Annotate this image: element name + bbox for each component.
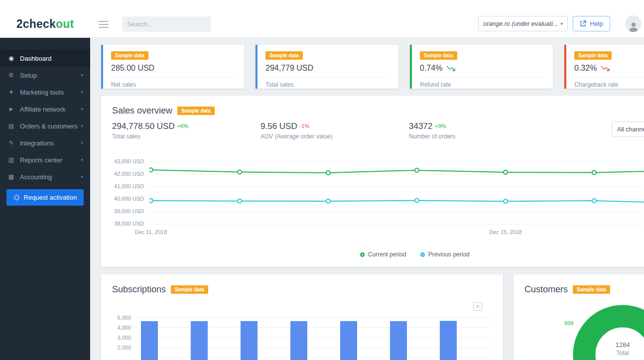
legend-label: Current period <box>368 251 406 258</box>
sidebar-item-label: Integrations <box>20 139 54 147</box>
sidebar-item-label: Marketing tools <box>20 89 64 96</box>
dashboard-page: 2checkout orange.ro (under evaluati... ▾… <box>0 0 644 360</box>
sidebar-item-accounting[interactable]: ▦Accounting▾ <box>0 168 90 185</box>
bar <box>440 321 457 360</box>
stat-card-value: 0.74% <box>420 63 545 73</box>
sidebar-item-affiliate-network[interactable]: ►Affiliate network▾ <box>0 101 90 118</box>
subscriptions-bar-chart <box>134 314 496 360</box>
sales-stat-value-text: 34372 <box>409 121 432 131</box>
y-axis-tick-label: 41,000 USD <box>111 183 144 189</box>
sales-stat-value-text: 9.56 USD <box>260 121 297 131</box>
stat-card-value-text: 294,779 USD <box>265 64 313 73</box>
y-axis-tick-label: 38,000 USD <box>111 221 144 227</box>
sales-stat-value-text: 294,778.50 USD <box>112 121 175 131</box>
stat-card-value-text: 0.74% <box>420 64 442 73</box>
dashboard-icon: ◉ <box>7 55 15 62</box>
chevron-down-icon: ▾ <box>81 157 83 162</box>
customers-total-label: Total <box>603 350 643 357</box>
sample-data-badge: Sample data <box>574 51 612 60</box>
stat-card-label: Chargeback rate <box>574 77 644 88</box>
sidebar-item-marketing-tools[interactable]: ✦Marketing tools▾ <box>0 84 90 101</box>
sidebar-nav: ◉Dashboard⚙Setup▾✦Marketing tools▾►Affil… <box>0 50 90 185</box>
help-button[interactable]: Help <box>573 16 610 31</box>
sidebar-item-orders-customers[interactable]: ▤Orders & customers▾ <box>0 118 90 134</box>
request-activation-button[interactable]: Request activation <box>6 189 84 206</box>
subscriptions-title: Subscriptions <box>112 284 166 295</box>
sidebar-item-label: Accounting <box>20 173 52 181</box>
y-axis-tick-label: 40,000 USD <box>111 196 144 202</box>
search-input[interactable] <box>127 20 215 28</box>
sample-data-badge: Sample data <box>265 51 303 60</box>
chart-menu-icon[interactable]: ≡ <box>473 302 482 311</box>
legend-item-previous-period[interactable]: Previous period <box>420 251 470 258</box>
chevron-down-icon: ▾ <box>81 123 83 128</box>
activation-spark-icon <box>13 194 20 201</box>
bar <box>390 321 407 360</box>
external-link-icon <box>580 20 586 27</box>
sales-stat-value: 294,778.50 USD+6% <box>112 121 188 131</box>
bar <box>340 321 357 360</box>
account-selector[interactable]: orange.ro (under evaluati... ▾ <box>478 16 568 31</box>
current-period-dot-icon <box>360 252 365 257</box>
x-axis-label: Dec 11, 2018 <box>131 229 171 235</box>
sidebar-item-label: Dashboard <box>20 55 52 62</box>
integrations-icon: ✎ <box>7 139 15 146</box>
chevron-down-icon: ▾ <box>560 21 563 26</box>
trend-down-icon <box>446 65 455 71</box>
logo[interactable]: 2checkout <box>0 16 90 32</box>
customers-title: Customers <box>524 284 568 295</box>
sidebar-item-label: Orders & customers <box>20 122 78 130</box>
sales-stat-total-sales: 294,778.50 USD+6%Total sales <box>112 121 188 140</box>
user-icon <box>628 21 639 32</box>
menu-toggle-icon[interactable] <box>99 16 109 32</box>
channel-filter-select[interactable]: All channels ▾ <box>612 121 644 137</box>
sales-stat-delta: +6% <box>177 123 188 129</box>
orders-customers-icon: ▤ <box>7 122 15 129</box>
stat-card-value: 294,779 USD <box>265 63 390 73</box>
sidebar-item-label: Reports center <box>20 156 62 164</box>
sidebar-item-label: Setup <box>20 72 37 79</box>
y-axis-tick-label: 43,000 USD <box>111 158 144 164</box>
sales-overview-title: Sales overview <box>112 106 172 116</box>
customers-panel: Customers Sample data 999 1284 Total <box>514 274 644 360</box>
sales-stat-label: AOV (Average order value) <box>260 133 333 140</box>
avatar[interactable] <box>625 15 642 32</box>
sample-data-badge: Sample data <box>177 107 215 115</box>
sidebar-item-integrations[interactable]: ✎Integrations▾ <box>0 134 90 151</box>
bar <box>241 321 258 360</box>
channel-filter-value: All channels <box>617 126 644 133</box>
stat-card-value: 285.00 USD <box>111 63 236 73</box>
marketing-tools-icon: ✦ <box>7 89 15 96</box>
customers-total-value: 1284 <box>603 341 643 349</box>
logo-prefix: 2check <box>16 17 56 30</box>
bar <box>191 321 208 360</box>
donut-segment-label: 999 <box>564 320 573 326</box>
y-axis-tick-label: 39,000 USD <box>111 208 144 214</box>
y-axis-tick-label: 2,000 <box>111 345 131 351</box>
accounting-icon: ▦ <box>7 173 15 180</box>
sales-stat-delta: +9% <box>435 123 446 129</box>
stat-card-label: Refund rate <box>420 77 545 88</box>
trend-down-icon <box>601 65 610 71</box>
chart-legend: Current periodPrevious period <box>191 251 639 258</box>
y-axis-tick-label: 3,000 <box>111 335 131 341</box>
reports-center-icon: ▥ <box>7 156 15 163</box>
sales-stat-label: Total sales <box>112 133 188 140</box>
chevron-down-icon: ▾ <box>81 107 83 112</box>
chevron-down-icon: ▾ <box>81 140 83 145</box>
sidebar-item-reports-center[interactable]: ▥Reports center▾ <box>0 151 90 168</box>
setup-icon: ⚙ <box>7 72 15 79</box>
stat-card-refund-rate: Sample data0.74%Refund rate <box>410 45 553 89</box>
sidebar-item-dashboard[interactable]: ◉Dashboard <box>0 50 90 67</box>
top-header: 2checkout orange.ro (under evaluati... ▾… <box>0 0 644 38</box>
sample-data-badge: Sample data <box>171 285 208 294</box>
sales-line-chart <box>149 156 644 231</box>
stat-card-chargeback-rate: Sample data0.32%Chargeback rate <box>564 45 644 89</box>
sample-data-badge: Sample data <box>420 51 457 60</box>
header-right: orange.ro (under evaluati... ▾ Help N <box>478 15 644 32</box>
stat-card-value-text: 285.00 USD <box>111 64 154 73</box>
chevron-down-icon: ▾ <box>81 174 83 179</box>
sidebar-item-setup[interactable]: ⚙Setup▾ <box>0 67 90 84</box>
stat-card-total-sales: Sample data294,779 USDTotal sales <box>256 45 398 89</box>
legend-item-current-period[interactable]: Current period <box>360 251 406 258</box>
